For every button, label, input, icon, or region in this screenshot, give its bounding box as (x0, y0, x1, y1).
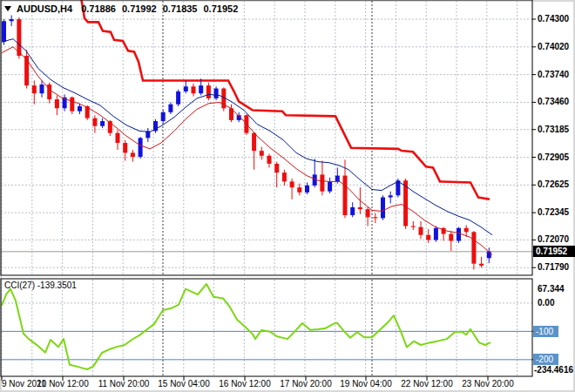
indicator-level-badge: -100 (533, 326, 558, 337)
time-axis-label: 15 Nov 04:00 (158, 379, 210, 389)
candle-body (260, 151, 264, 156)
price-axis-label: 0.72345 (538, 207, 569, 217)
price-axis-label: 0.72905 (538, 152, 569, 162)
title-low-value: 0.71835 (163, 3, 198, 14)
candle-body (92, 118, 97, 126)
candle-body (305, 186, 309, 193)
price-axis-label: 0.73740 (538, 70, 569, 79)
candle-body (2, 21, 6, 42)
time-axis-label: 22 Nov 12:00 (401, 379, 453, 389)
candle-body (214, 89, 219, 98)
candles-layer (2, 15, 491, 269)
ma-lower-line (2, 47, 492, 255)
candle-body (206, 85, 211, 98)
candle-body (335, 176, 340, 182)
price-axis-label: 0.72625 (538, 179, 569, 189)
candle-body (320, 174, 324, 191)
indicator-label: CCI(27) -139.3501 (4, 280, 77, 290)
price-scale[interactable]: 0.743000.740200.737400.734600.731850.729… (533, 0, 575, 377)
candle-body (328, 181, 332, 191)
title-close-value: 0.71952 (203, 3, 238, 14)
symbol-period-label: AUDUSD,H4 (17, 3, 72, 14)
candle-body (176, 91, 180, 105)
grid-layer (1, 1, 532, 375)
indicator-zero-label: 0.00 (538, 298, 554, 308)
chart-dropdown-icon[interactable] (4, 6, 11, 11)
candle-body (471, 232, 476, 263)
candle-body (199, 85, 203, 93)
candle-body (449, 234, 453, 241)
candle-body (358, 207, 362, 209)
candle-body (131, 152, 135, 157)
candle-body (373, 217, 377, 218)
candle-body (411, 226, 416, 227)
candle-body (17, 19, 21, 56)
candle-body (252, 133, 256, 151)
candle-body (389, 195, 393, 197)
time-axis-label: 16 Nov 12:00 (219, 379, 271, 389)
candle-body (426, 235, 430, 240)
current-price-value: 0.71952 (536, 247, 567, 256)
candle-body (297, 187, 301, 193)
time-scale[interactable]: 9 Nov 202110 Nov 12:0011 Nov 20:0015 Nov… (0, 379, 533, 391)
price-axis-label: 0.74020 (538, 42, 569, 51)
ma-upper-line (2, 39, 492, 235)
price-axis-label: 0.71790 (538, 262, 569, 272)
time-axis-label: 11 Nov 20:00 (98, 379, 150, 389)
candle-body (457, 228, 461, 241)
indicator-level-badge: -200 (533, 354, 558, 365)
candle-body (381, 198, 385, 219)
candle-body (78, 106, 82, 112)
candle-body (464, 228, 469, 233)
chart-header: AUDUSD,H4 0.71886 0.71992 0.71835 0.7195… (4, 3, 244, 14)
price-axis-label: 0.73460 (538, 97, 569, 106)
candle-body (274, 164, 279, 172)
price-axis-label: 0.72070 (538, 234, 569, 244)
time-axis-label: 17 Nov 20:00 (280, 379, 332, 389)
candle-body (192, 86, 196, 93)
candle-body (47, 84, 51, 99)
candle-body (487, 252, 491, 259)
time-axis-label: 23 Nov 20:00 (462, 379, 514, 389)
candle-body (100, 121, 105, 126)
indicator-max-label: 67.344 (538, 284, 565, 294)
candle-body (168, 105, 172, 112)
current-price-badge: 0.71952 (533, 246, 575, 257)
candle-body (434, 228, 438, 240)
title-open-value: 0.71886 (81, 3, 116, 14)
candle-body (139, 138, 143, 157)
candle-body (267, 156, 272, 164)
candle-body (161, 112, 166, 121)
candle-body (10, 19, 14, 21)
candle-body (343, 176, 348, 215)
time-axis-label: 10 Nov 12:00 (37, 379, 89, 389)
candle-body (70, 98, 74, 112)
candle-body (479, 264, 484, 266)
candle-body (32, 85, 37, 93)
time-axis-label: 19 Nov 04:00 (340, 379, 392, 389)
terminal-chart-window: AUDUSD,H4 0.71886 0.71992 0.71835 0.7195… (0, 0, 575, 392)
candle-body (123, 143, 127, 152)
chart-plot-canvas[interactable] (0, 0, 575, 392)
price-axis-label: 0.74300 (538, 14, 569, 24)
indicator-min-label: -234.4616 (534, 365, 573, 375)
candle-body (282, 172, 287, 181)
candle-body (55, 99, 59, 108)
candle-body (366, 209, 370, 217)
candle-body (184, 86, 188, 91)
indicator-panel-frame (1, 279, 532, 376)
candle-body (116, 133, 120, 143)
trend-stair-line (81, 0, 490, 199)
candle-body (350, 207, 355, 215)
candle-body (419, 227, 423, 235)
candle-body (290, 181, 294, 187)
price-axis-label: 0.73185 (538, 125, 569, 134)
candle-body (40, 84, 44, 93)
title-high-value: 0.71992 (122, 3, 157, 14)
cci-line (2, 284, 490, 369)
